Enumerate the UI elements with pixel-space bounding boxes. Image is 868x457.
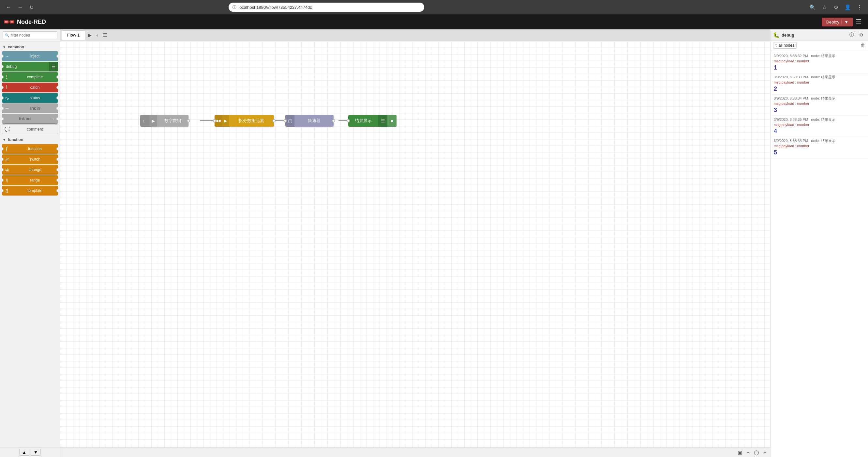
debug-entry-type: msg.payload : number: [774, 59, 865, 63]
node-item-link-in[interactable]: → link in: [2, 104, 58, 113]
debug-info-button[interactable]: ⓘ: [847, 31, 856, 38]
node-item-status[interactable]: ∿ status: [2, 93, 58, 103]
filter-icon: ▿: [775, 43, 777, 48]
svg-rect-3: [5, 21, 7, 23]
debug-entry-type: msg.payload : number: [774, 144, 865, 148]
filter-all-nodes-button[interactable]: ▿ all nodes: [773, 42, 797, 49]
node-item-template[interactable]: {} template: [2, 186, 58, 196]
deploy-arrow-icon: ▼: [841, 20, 848, 25]
search-browser-button[interactable]: 🔍: [808, 3, 817, 12]
sidebar-section-function[interactable]: ▼ function: [0, 136, 60, 143]
debug-panel: 🐛 debug ⓘ ⚙ ▿ all nodes 🗑 3/9/2020, 8:38…: [770, 29, 868, 457]
flow-bottom-bar: ▣ − ◯ +: [60, 447, 770, 457]
node-item-complete[interactable]: ! complete: [2, 72, 58, 82]
view-fit-button[interactable]: ▣: [737, 449, 743, 456]
node-item-catch[interactable]: ! catch: [2, 83, 58, 92]
node-item-comment[interactable]: 💬 comment: [2, 124, 58, 134]
debug-entry: 3/9/2020, 8:38:33 PM node: 结果显示 msg.payl…: [771, 74, 868, 95]
app-header: Node-RED Deploy ▼ ☰: [0, 15, 868, 29]
port-right: [56, 147, 58, 150]
link-out-label: link out: [2, 117, 48, 121]
comment-icon: 💬: [2, 125, 12, 134]
debug-entry-header: 3/9/2020, 8:38:36 PM node: 结果显示: [774, 138, 865, 143]
deploy-button[interactable]: Deploy ▼: [822, 18, 853, 26]
debug-entry-type: msg.payload : number: [774, 80, 865, 84]
zoom-in-button[interactable]: +: [762, 449, 768, 456]
forward-button[interactable]: →: [16, 3, 25, 11]
canvas-node-split-label: 拆分数组元素: [229, 118, 274, 124]
sidebar: 🔍 ▼ common → inject: [0, 29, 60, 457]
node-item-change[interactable]: ⇄ change: [2, 165, 58, 175]
port-right: [56, 168, 58, 171]
debug-entry-type: msg.payload : number: [774, 123, 865, 127]
reload-button[interactable]: ↻: [27, 3, 35, 12]
debug-entry: 3/9/2020, 8:38:34 PM node: 结果显示 msg.payl…: [771, 95, 868, 116]
back-button[interactable]: ←: [4, 3, 13, 11]
node-item-link-out[interactable]: link out →: [2, 114, 58, 124]
zoom-reset-button[interactable]: ◯: [752, 449, 761, 456]
debug-toolbar: ▿ all nodes 🗑: [771, 41, 868, 50]
zoom-out-button[interactable]: −: [745, 449, 751, 456]
menu-button[interactable]: ⋮: [855, 3, 864, 12]
header-logo: Node-RED: [4, 18, 46, 25]
flow-tab-1[interactable]: Flow 1: [62, 30, 85, 40]
port-right: [56, 107, 58, 110]
node-rate-port-left: [284, 119, 287, 122]
canvas-node-result-label: 结果显示: [348, 118, 378, 124]
node-item-inject[interactable]: → inject: [2, 51, 58, 61]
debug-entry: 3/9/2020, 8:38:35 PM node: 结果显示 msg.payl…: [771, 116, 868, 137]
canvas-node-array[interactable]: □ ▶ 数字数组: [140, 115, 188, 127]
debug-entry-value: 5: [774, 148, 865, 157]
flow-tab-1-label: Flow 1: [67, 33, 80, 37]
flow-canvas[interactable]: □ ▶ 数字数组 ■■ ▶ 拆分数组元素 ◯ 限速器: [60, 41, 770, 447]
sidebar-scroll-up[interactable]: ▲: [19, 449, 29, 456]
debug-clear-button[interactable]: 🗑: [860, 42, 865, 48]
complete-label: complete: [12, 75, 58, 79]
function-label: function: [12, 147, 58, 151]
canvas-node-rate[interactable]: ◯ 限速器: [285, 115, 334, 127]
search-input[interactable]: [3, 31, 57, 39]
port-right: [56, 158, 58, 161]
canvas-node-split[interactable]: ■■ ▶ 拆分数组元素: [215, 115, 274, 127]
nodered-logo-icon: [4, 18, 14, 25]
extensions-button[interactable]: ⚙: [832, 3, 841, 12]
canvas-node-rate-label: 限速器: [294, 118, 334, 124]
node-item-function[interactable]: ƒ function: [2, 144, 58, 154]
node-item-debug[interactable]: debug ☰: [2, 62, 58, 72]
debug-panel-title-text: debug: [782, 33, 794, 37]
canvas-node-result[interactable]: 结果显示 ☰ ■: [348, 115, 397, 127]
port-right: [56, 117, 58, 120]
debug-config-button[interactable]: ⚙: [857, 32, 865, 38]
debug-entry-header: 3/9/2020, 8:38:34 PM node: 结果显示: [774, 96, 865, 101]
flow-list-button[interactable]: ☰: [101, 31, 109, 39]
port-right: [56, 86, 58, 89]
link-in-label: link in: [12, 106, 58, 111]
header-menu-button[interactable]: ☰: [853, 17, 864, 27]
node-item-switch[interactable]: ⇄ switch: [2, 154, 58, 164]
debug-panel-icon: 🐛: [773, 32, 780, 38]
switch-label: switch: [12, 157, 58, 162]
flow-run-button[interactable]: ▶: [86, 31, 94, 39]
canvas-connections: [60, 41, 770, 447]
app-name: Node-RED: [17, 19, 46, 25]
bookmark-button[interactable]: ☆: [820, 3, 829, 12]
debug-entry-header: 3/9/2020, 8:38:35 PM node: 结果显示: [774, 117, 865, 122]
flow-tabs: Flow 1 ▶ + ☰: [60, 29, 770, 41]
browser-chrome: ← → ↻ ⓘ localhost:1880/#flow/73554227.44…: [0, 0, 868, 15]
browser-icons: 🔍 ☆ ⚙ 👤 ⋮: [808, 3, 864, 12]
inject-label: inject: [12, 54, 58, 58]
node-item-range[interactable]: ij range: [2, 175, 58, 185]
filter-label: all nodes: [779, 43, 794, 48]
debug-title: 🐛 debug: [773, 32, 846, 38]
debug-entry-header: 3/9/2020, 8:38:32 PM node: 结果显示: [774, 54, 865, 58]
debug-entry-value: 4: [774, 127, 865, 136]
debug-entry-value: 3: [774, 106, 865, 114]
sidebar-scroll-down[interactable]: ▼: [31, 449, 41, 456]
node-rate-port-right: [332, 119, 335, 122]
debug-entry-header: 3/9/2020, 8:38:33 PM node: 结果显示: [774, 75, 865, 80]
flow-add-button[interactable]: +: [94, 31, 100, 39]
sidebar-search-area: 🔍: [0, 29, 60, 41]
profile-button[interactable]: 👤: [843, 3, 852, 12]
sidebar-section-common[interactable]: ▼ common: [0, 44, 60, 51]
template-label: template: [12, 188, 58, 193]
